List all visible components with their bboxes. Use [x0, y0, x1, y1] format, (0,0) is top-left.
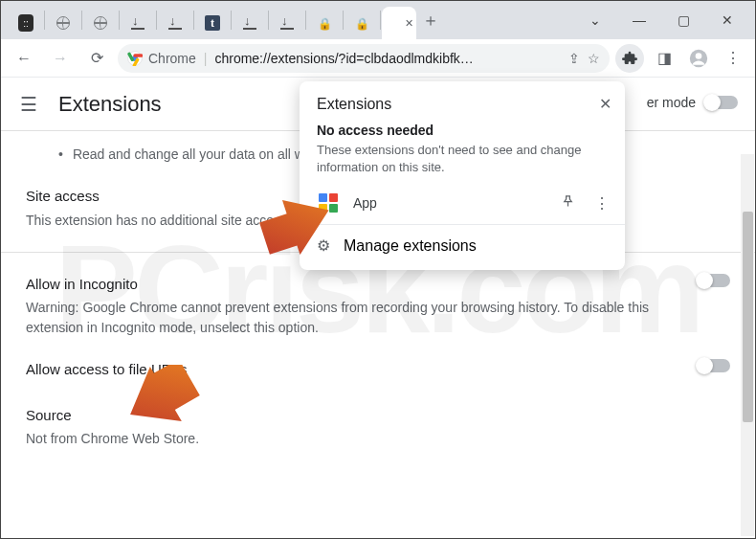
globe-icon — [93, 15, 108, 31]
developer-mode-row: er mode — [647, 95, 738, 110]
manage-extensions-button[interactable]: ⚙ Manage extensions — [300, 224, 625, 266]
back-button[interactable]: ← — [9, 43, 39, 74]
tab-8[interactable] — [307, 7, 342, 39]
reload-button[interactable]: ⟳ — [81, 43, 112, 74]
extension-item-app[interactable]: App ⋮ — [300, 182, 625, 224]
tab-7[interactable] — [270, 7, 304, 39]
tab-strip: :: t ✕ ＋ — [1, 1, 567, 39]
avatar-icon — [689, 49, 708, 68]
window-titlebar: :: t ✕ ＋ ⌄ — ▢ ✕ — [1, 1, 755, 39]
close-popup-button[interactable]: ✕ — [599, 95, 611, 113]
puzzle-icon — [622, 51, 637, 66]
lock-icon — [354, 15, 369, 31]
lock-icon — [317, 15, 332, 31]
no-access-text: These extensions don't need to see and c… — [317, 142, 608, 176]
arrow-annotation-2 — [123, 365, 200, 428]
tab-5[interactable]: t — [195, 7, 230, 39]
tab-active[interactable]: ✕ — [382, 7, 416, 39]
bot-icon: :: — [18, 15, 33, 31]
tumblr-icon: t — [205, 15, 220, 31]
download-icon — [130, 15, 145, 31]
scheme-label: Chrome — [148, 51, 196, 66]
download-icon — [242, 15, 257, 31]
side-panel-button[interactable]: ◨ — [650, 44, 678, 73]
tab-3[interactable] — [121, 7, 155, 39]
extensions-popup: Extensions ✕ No access needed These exte… — [300, 81, 625, 270]
tab-0[interactable]: :: — [9, 7, 43, 39]
tab-dropdown-icon[interactable]: ⌄ — [573, 6, 617, 34]
address-bar[interactable]: Chrome | chrome://extensions/?id=clbdaod… — [118, 44, 610, 73]
extension-more-button[interactable]: ⋮ — [589, 194, 615, 213]
tab-1[interactable] — [46, 7, 80, 39]
tab-2[interactable] — [83, 7, 118, 39]
url-text: chrome://extensions/?id=clbdaodlmdkibfk… — [214, 51, 561, 66]
popup-title: Extensions — [317, 96, 391, 113]
close-tab-icon[interactable]: ✕ — [405, 17, 413, 30]
source-text: Not from Chrome Web Store. — [26, 429, 730, 449]
tab-9[interactable] — [345, 7, 379, 39]
bookmark-icon[interactable]: ☆ — [588, 51, 600, 66]
incognito-toggle[interactable] — [698, 274, 730, 287]
extensions-button[interactable] — [615, 44, 644, 73]
file-urls-toggle[interactable] — [698, 359, 730, 372]
window-controls: ⌄ — ▢ ✕ — [567, 1, 755, 39]
chrome-icon — [127, 51, 143, 66]
scrollbar-thumb[interactable] — [743, 212, 753, 422]
profile-button[interactable] — [684, 44, 713, 73]
maximize-button[interactable]: ▢ — [661, 6, 705, 34]
incognito-section: Allow in Incognito Warning: Google Chrom… — [26, 274, 730, 339]
minimize-button[interactable]: — — [617, 6, 661, 34]
incognito-text: Warning: Google Chrome cannot prevent ex… — [26, 298, 682, 338]
pin-extension-button[interactable] — [561, 194, 575, 212]
page-title: Extensions — [58, 92, 162, 117]
forward-button[interactable]: → — [45, 43, 76, 74]
incognito-title: Allow in Incognito — [26, 274, 682, 296]
arrow-annotation-1 — [257, 197, 334, 255]
chrome-menu-button[interactable]: ⋮ — [719, 44, 747, 73]
tab-4[interactable] — [158, 7, 192, 39]
download-icon — [167, 15, 183, 31]
share-icon[interactable]: ⇪ — [568, 51, 580, 66]
extension-item-label: App — [353, 195, 547, 211]
dev-mode-label: er mode — [647, 95, 696, 110]
developer-mode-toggle[interactable] — [705, 96, 738, 109]
new-tab-button[interactable]: ＋ — [422, 9, 439, 32]
no-access-title: No access needed — [317, 123, 608, 138]
globe-icon — [56, 15, 71, 31]
download-icon — [279, 15, 295, 31]
manage-extensions-label: Manage extensions — [344, 237, 477, 255]
browser-toolbar: ← → ⟳ Chrome | chrome://extensions/?id=c… — [1, 39, 755, 78]
svg-marker-9 — [123, 365, 200, 428]
svg-marker-8 — [257, 197, 334, 255]
hamburger-icon[interactable]: ☰ — [20, 93, 37, 116]
svg-point-3 — [696, 53, 702, 59]
tab-6[interactable] — [233, 7, 267, 39]
close-window-button[interactable]: ✕ — [705, 6, 749, 34]
